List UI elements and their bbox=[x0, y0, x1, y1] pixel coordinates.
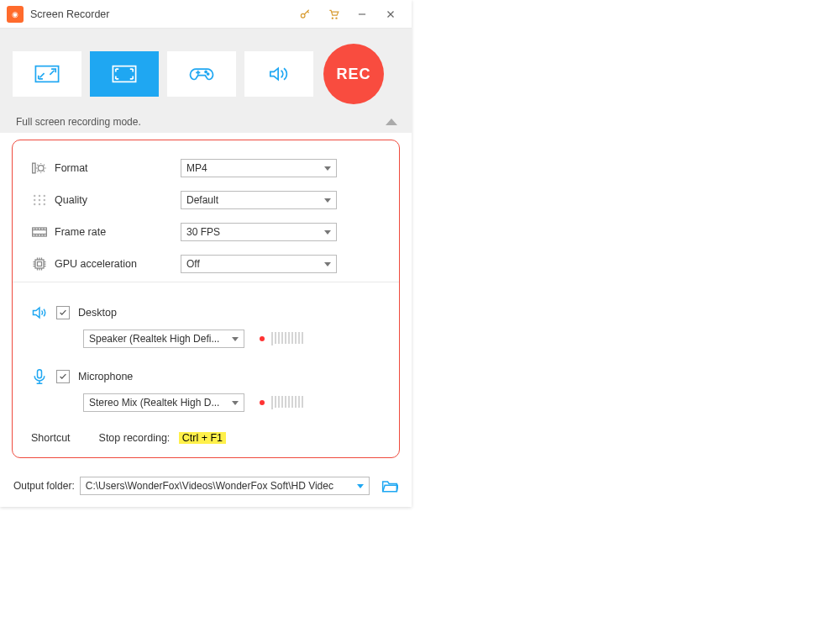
svg-point-9 bbox=[207, 73, 209, 75]
hotkey-value: Ctrl + F1 bbox=[179, 432, 226, 444]
svg-point-20 bbox=[44, 203, 46, 206]
desktop-device-value: Speaker (Realtek High Defi... bbox=[89, 333, 219, 345]
mic-device-select[interactable]: Stereo Mix (Realtek High D... bbox=[83, 393, 244, 412]
app-title: Screen Recorder bbox=[30, 8, 291, 20]
svg-point-16 bbox=[39, 199, 41, 202]
quality-value: Default bbox=[186, 194, 218, 206]
gpu-value: Off bbox=[186, 258, 200, 270]
svg-point-14 bbox=[44, 195, 46, 198]
svg-rect-21 bbox=[33, 228, 47, 236]
desktop-audio-row: Desktop bbox=[31, 304, 381, 321]
mic-device-row: Stereo Mix (Realtek High D... bbox=[83, 393, 381, 412]
gpu-row: GPU acceleration Off bbox=[31, 255, 381, 273]
desktop-label: Desktop bbox=[78, 307, 117, 319]
mode-row: REC bbox=[13, 44, 399, 116]
divider bbox=[13, 282, 399, 282]
framerate-label: Frame rate bbox=[55, 226, 181, 238]
record-button[interactable]: REC bbox=[323, 44, 384, 104]
desktop-level-meter bbox=[260, 332, 303, 345]
mode-fullscreen-button[interactable] bbox=[90, 51, 159, 97]
chip-icon bbox=[31, 256, 55, 272]
settings-panel: Format MP4 Quality Default Frame rate 30… bbox=[12, 140, 400, 458]
desktop-checkbox[interactable] bbox=[56, 306, 70, 319]
mode-region-button[interactable] bbox=[13, 51, 81, 97]
app-window: ◉ Screen Recorder bbox=[0, 0, 412, 507]
svg-point-8 bbox=[205, 71, 207, 72]
svg-point-17 bbox=[44, 199, 46, 202]
chevron-down-icon bbox=[357, 484, 364, 488]
svg-point-2 bbox=[336, 18, 337, 18]
mode-audio-button[interactable] bbox=[244, 51, 313, 97]
status-row: Full screen recording mode. bbox=[13, 116, 399, 133]
collapse-toggle-icon[interactable] bbox=[386, 119, 397, 125]
svg-point-11 bbox=[38, 166, 44, 171]
open-folder-button[interactable] bbox=[381, 478, 398, 493]
svg-point-15 bbox=[34, 199, 36, 202]
quality-select[interactable]: Default bbox=[181, 191, 337, 209]
shortcut-label: Shortcut bbox=[31, 432, 71, 444]
format-row: Format MP4 bbox=[31, 159, 381, 177]
desktop-device-select[interactable]: Speaker (Realtek High Defi... bbox=[83, 330, 244, 348]
mic-audio-row: Microphone bbox=[31, 368, 381, 385]
chevron-down-icon bbox=[324, 166, 331, 171]
quality-label: Quality bbox=[55, 194, 181, 206]
speaker-icon bbox=[31, 304, 56, 321]
svg-point-1 bbox=[332, 18, 333, 18]
mic-label: Microphone bbox=[78, 371, 133, 382]
format-value: MP4 bbox=[186, 162, 207, 174]
gpu-label: GPU acceleration bbox=[55, 258, 181, 270]
svg-point-19 bbox=[39, 203, 41, 206]
svg-point-18 bbox=[34, 203, 36, 206]
mode-game-button[interactable] bbox=[167, 51, 236, 97]
svg-rect-34 bbox=[38, 370, 42, 378]
mic-level-meter bbox=[260, 396, 303, 409]
output-path-select[interactable]: C:\Users\WonderFox\Videos\WonderFox Soft… bbox=[80, 477, 370, 495]
chevron-down-icon bbox=[232, 401, 239, 405]
svg-point-12 bbox=[34, 195, 36, 198]
level-bars bbox=[271, 396, 303, 409]
mic-checkbox[interactable] bbox=[56, 370, 70, 383]
level-bars bbox=[271, 332, 303, 345]
gear-icon bbox=[31, 160, 55, 177]
shortcut-row: Shortcut Stop recording: Ctrl + F1 bbox=[31, 432, 381, 444]
output-path-value: C:\Users\WonderFox\Videos\WonderFox Soft… bbox=[86, 480, 333, 492]
cart-icon[interactable] bbox=[319, 2, 348, 27]
quality-row: Quality Default bbox=[31, 191, 381, 209]
chevron-down-icon bbox=[232, 337, 239, 341]
framerate-select[interactable]: 30 FPS bbox=[181, 223, 337, 241]
svg-point-0 bbox=[301, 13, 305, 18]
svg-point-13 bbox=[39, 195, 41, 198]
output-row: Output folder: C:\Users\WonderFox\Videos… bbox=[0, 465, 412, 507]
framerate-value: 30 FPS bbox=[186, 226, 220, 238]
level-dot-icon bbox=[260, 400, 265, 405]
status-text: Full screen recording mode. bbox=[16, 116, 141, 128]
chevron-down-icon bbox=[324, 262, 331, 266]
film-icon bbox=[31, 224, 55, 240]
gpu-select[interactable]: Off bbox=[181, 255, 337, 273]
app-logo-icon: ◉ bbox=[7, 6, 24, 23]
chevron-down-icon bbox=[324, 198, 331, 203]
svg-rect-33 bbox=[38, 262, 42, 266]
svg-rect-10 bbox=[33, 163, 35, 173]
svg-rect-32 bbox=[35, 260, 44, 268]
output-label: Output folder: bbox=[13, 480, 75, 492]
level-dot-icon bbox=[260, 336, 265, 341]
framerate-row: Frame rate 30 FPS bbox=[31, 223, 381, 241]
microphone-icon bbox=[31, 368, 56, 385]
titlebar: ◉ Screen Recorder bbox=[0, 0, 412, 29]
stop-recording-label: Stop recording: bbox=[99, 432, 171, 444]
chevron-down-icon bbox=[324, 230, 331, 235]
close-button[interactable] bbox=[376, 2, 405, 27]
key-icon[interactable] bbox=[291, 2, 319, 27]
format-label: Format bbox=[55, 162, 181, 174]
format-select[interactable]: MP4 bbox=[181, 159, 337, 177]
quality-icon bbox=[31, 192, 55, 208]
mode-toolbar: REC Full screen recording mode. bbox=[0, 29, 412, 133]
desktop-device-row: Speaker (Realtek High Defi... bbox=[83, 330, 381, 348]
mic-device-value: Stereo Mix (Realtek High D... bbox=[89, 397, 219, 409]
minimize-button[interactable] bbox=[348, 2, 376, 27]
